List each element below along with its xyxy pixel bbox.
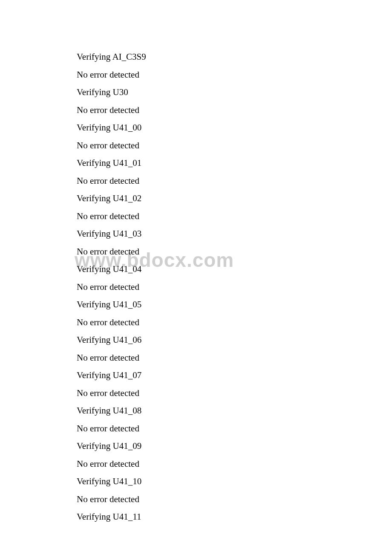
log-line: No error detected [77, 420, 146, 438]
log-line: Verifying U41_11 [77, 508, 146, 526]
log-line: No error detected [77, 349, 146, 367]
log-line: No error detected [77, 137, 146, 155]
log-line: Verifying U30 [77, 84, 146, 101]
log-line: Verifying U41_01 [77, 154, 146, 172]
log-line: No error detected [77, 243, 146, 261]
log-line: Verifying U41_04 [77, 260, 146, 278]
log-line: No error detected [77, 66, 146, 84]
log-line: Verifying U41_10 [77, 473, 146, 491]
log-line: No error detected [77, 455, 146, 473]
log-line: No error detected [77, 384, 146, 402]
log-line: Verifying U41_07 [77, 367, 146, 384]
log-line: No error detected [77, 314, 146, 332]
log-line: No error detected [77, 172, 146, 190]
log-line: No error detected [77, 208, 146, 225]
log-line: Verifying U41_00 [77, 119, 146, 137]
log-line: Verifying U41_03 [77, 225, 146, 243]
log-line: Verifying U41_06 [77, 331, 146, 349]
log-line: Verifying U41_05 [77, 296, 146, 314]
log-line: Verifying U41_09 [77, 437, 146, 455]
log-line: No error detected [77, 278, 146, 296]
log-line: Verifying AI_C3S9 [77, 48, 146, 66]
log-line: Verifying U41_08 [77, 402, 146, 420]
log-line: No error detected [77, 101, 146, 119]
log-line: Verifying U41_02 [77, 190, 146, 208]
log-line: No error detected [77, 491, 146, 509]
document-content: Verifying AI_C3S9 No error detected Veri… [77, 48, 146, 526]
